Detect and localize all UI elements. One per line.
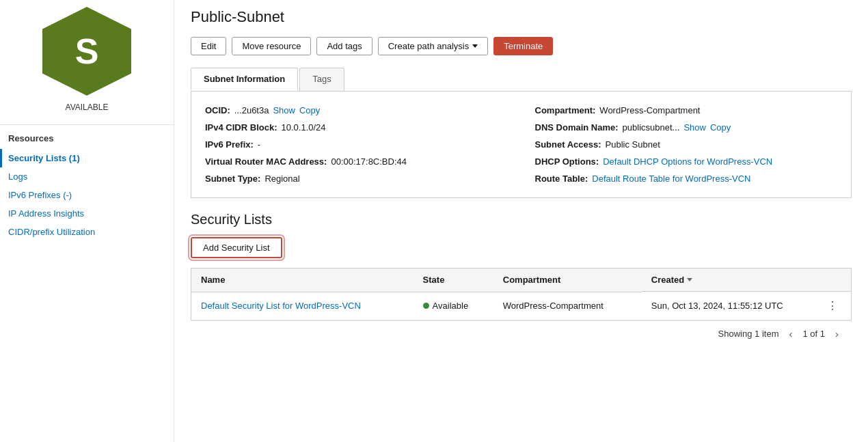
- vrouter-value: 00:00:17:8C:BD:44: [331, 156, 407, 167]
- sidebar-item-logs[interactable]: Logs: [0, 167, 174, 186]
- cell-compartment: WordPress-Compartment: [493, 292, 642, 320]
- route-table-row: Route Table: Default Route Table for Wor…: [535, 174, 838, 184]
- status-label: AVAILABLE: [0, 102, 174, 112]
- dns-show-link[interactable]: Show: [683, 122, 706, 133]
- edit-button[interactable]: Edit: [191, 37, 226, 55]
- subnet-info-panel: OCID: ...2u6t3a Show Copy IPv4 CIDR Bloc…: [191, 92, 852, 198]
- ipv6-label: IPv6 Prefix:: [205, 139, 254, 150]
- dhcp-row: DHCP Options: Default DHCP Options for W…: [535, 156, 838, 167]
- hex-letter: S: [75, 31, 99, 72]
- status-available: Available: [423, 301, 484, 311]
- status-dot: [423, 303, 429, 309]
- subnet-access-label: Subnet Access:: [535, 139, 601, 150]
- ocid-row: OCID: ...2u6t3a Show Copy: [205, 105, 508, 115]
- col-header-name[interactable]: Name: [191, 268, 413, 292]
- right-col: Compartment: WordPress-Compartment DNS D…: [535, 105, 838, 184]
- tab-subnet-information[interactable]: Subnet Information: [191, 68, 298, 91]
- subnet-access-value: Public Subnet: [606, 139, 660, 150]
- sidebar-divider: [0, 124, 174, 125]
- ipv4-label: IPv4 CIDR Block:: [205, 122, 277, 133]
- move-resource-button[interactable]: Move resource: [232, 37, 311, 55]
- vrouter-row: Virtual Router MAC Address: 00:00:17:8C:…: [205, 156, 508, 167]
- table-footer: Showing 1 item ‹ 1 of 1 ›: [191, 320, 852, 346]
- col-header-compartment[interactable]: Compartment: [493, 268, 642, 292]
- add-tags-button[interactable]: Add tags: [316, 37, 372, 55]
- cell-state: Available: [413, 292, 493, 320]
- ocid-copy-link[interactable]: Copy: [299, 105, 320, 115]
- ocid-label: OCID:: [205, 105, 230, 115]
- terminate-button[interactable]: Terminate: [493, 37, 553, 55]
- add-security-list-button[interactable]: Add Security List: [191, 237, 282, 258]
- dhcp-value-link[interactable]: Default DHCP Options for WordPress-VCN: [603, 156, 772, 167]
- sidebar-item-ipv6[interactable]: IPv6 Prefixes (-): [0, 186, 174, 204]
- left-col: OCID: ...2u6t3a Show Copy IPv4 CIDR Bloc…: [205, 105, 508, 184]
- sidebar-item-security-lists[interactable]: Security Lists (1): [0, 149, 174, 167]
- cell-name: Default Security List for WordPress-VCN: [191, 292, 413, 320]
- cell-created: Sun, Oct 13, 2024, 11:55:12 UTC ⋮: [642, 292, 852, 320]
- table-header-row: Name State Compartment Created: [191, 268, 852, 292]
- hex-shape: S: [42, 7, 131, 96]
- showing-label: Showing 1 item: [718, 329, 779, 339]
- compartment-label: Compartment:: [535, 105, 596, 115]
- ocid-value: ...2u6t3a: [234, 105, 269, 115]
- toolbar: Edit Move resource Add tags Create path …: [191, 37, 852, 55]
- resources-label: Resources: [0, 130, 174, 149]
- ipv4-row: IPv4 CIDR Block: 10.0.1.0/24: [205, 122, 508, 133]
- route-table-value-link[interactable]: Default Route Table for WordPress-VCN: [592, 174, 750, 184]
- row-actions-button[interactable]: ⋮: [824, 298, 841, 314]
- dhcp-label: DHCP Options:: [535, 156, 599, 167]
- dns-label: DNS Domain Name:: [535, 122, 619, 133]
- tab-tags[interactable]: Tags: [299, 68, 344, 91]
- ipv4-value: 10.0.1.0/24: [281, 122, 325, 133]
- compartment-row: Compartment: WordPress-Compartment: [535, 105, 838, 115]
- subnet-type-label: Subnet Type:: [205, 174, 260, 184]
- subnet-type-value: Regional: [265, 174, 299, 184]
- dns-row: DNS Domain Name: publicsubnet... Show Co…: [535, 122, 838, 133]
- dns-value: publicsubnet...: [623, 122, 680, 133]
- sidebar-nav: Security Lists (1) Logs IPv6 Prefixes (-…: [0, 149, 174, 241]
- sidebar-item-ip-address-insights[interactable]: IP Address Insights: [0, 204, 174, 223]
- tabs: Subnet Information Tags: [191, 68, 852, 92]
- security-list-link[interactable]: Default Security List for WordPress-VCN: [201, 301, 361, 311]
- create-path-analysis-button[interactable]: Create path analysis: [378, 37, 489, 55]
- ocid-show-link[interactable]: Show: [273, 105, 295, 115]
- resource-icon: S: [42, 7, 131, 96]
- route-table-label: Route Table:: [535, 174, 588, 184]
- ipv6-row: IPv6 Prefix: -: [205, 139, 508, 150]
- security-lists-table: Name State Compartment Created Default S…: [191, 268, 852, 320]
- subnet-type-row: Subnet Type: Regional: [205, 174, 508, 184]
- compartment-value: WordPress-Compartment: [599, 105, 700, 115]
- table-row: Default Security List for WordPress-VCN …: [191, 292, 852, 320]
- sort-icon: [687, 278, 692, 281]
- ipv6-value: -: [258, 139, 260, 150]
- chevron-down-icon: [472, 44, 478, 48]
- vrouter-label: Virtual Router MAC Address:: [205, 156, 327, 167]
- col-header-state[interactable]: State: [413, 268, 493, 292]
- subnet-access-row: Subnet Access: Public Subnet: [535, 139, 838, 150]
- page-title: Public-Subnet: [191, 8, 852, 26]
- sidebar: S AVAILABLE Resources Security Lists (1)…: [0, 0, 174, 442]
- prev-page-button[interactable]: ‹: [785, 327, 796, 341]
- info-grid: OCID: ...2u6t3a Show Copy IPv4 CIDR Bloc…: [205, 105, 837, 184]
- col-header-created[interactable]: Created: [642, 268, 851, 292]
- main-content: Public-Subnet Edit Move resource Add tag…: [174, 0, 868, 442]
- dns-copy-link[interactable]: Copy: [710, 122, 731, 133]
- page-info: 1 of 1: [802, 329, 825, 339]
- next-page-button[interactable]: ›: [832, 327, 842, 341]
- sidebar-item-cidr[interactable]: CIDR/prefix Utilization: [0, 223, 174, 241]
- security-lists-title: Security Lists: [191, 212, 852, 227]
